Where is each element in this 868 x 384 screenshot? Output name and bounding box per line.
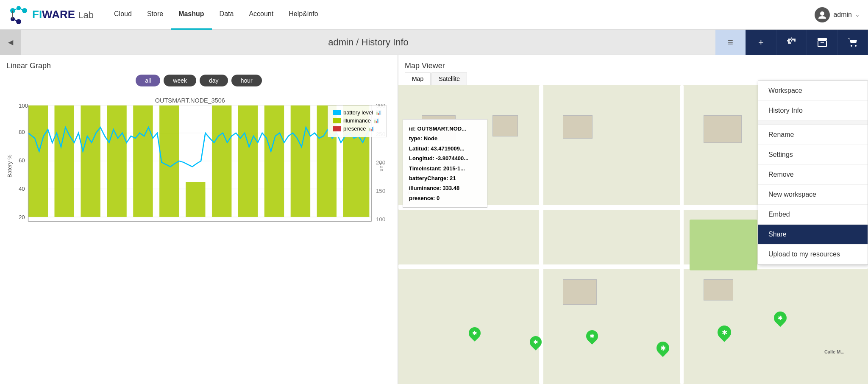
legend-illuminance-label: illuminance [343,117,371,124]
admin-caret: ⌄ [855,12,860,18]
map-marker-5[interactable]: ✱ [715,323,734,342]
svg-text:80: 80 [19,129,25,135]
svg-rect-35 [81,106,100,217]
nav-cloud[interactable]: Cloud [106,0,139,30]
svg-text:Lux: Lux [379,162,385,172]
sidebar-toggle[interactable]: ◀ [0,30,21,55]
main-content: Linear Graph all week day hour 100 80 60… [0,55,868,384]
svg-rect-41 [238,106,258,217]
dropdown-history-info[interactable]: History Info [758,101,868,121]
svg-rect-37 [133,106,153,217]
info-batterycharge: 21 [450,175,456,181]
workspace-title: admin / History Info [21,37,715,48]
filter-all[interactable]: all [136,75,160,86]
svg-text:Batery %: Batery % [6,155,13,178]
dropdown-new-workspace[interactable]: New workspace [758,185,868,205]
linear-graph-panel: Linear Graph all week day hour 100 80 60… [0,55,398,384]
svg-rect-34 [55,106,74,217]
svg-text:60: 60 [19,157,25,164]
svg-rect-39 [186,182,205,217]
map-viewer-title: Map Viewer [398,55,868,72]
filter-hour[interactable]: hour [231,75,262,86]
svg-rect-12 [821,42,824,43]
svg-rect-36 [107,106,126,217]
logo-ware: WARE [42,8,75,21]
logo-fi: FI [32,8,42,21]
top-nav: FIWARE Lab Cloud Store Mashup Data Accou… [0,0,868,30]
nav-mashup[interactable]: Mashup [171,0,211,30]
logo-icon [8,5,29,25]
dropdown-settings[interactable]: Settings [758,145,868,165]
tab-map[interactable]: Map [405,72,431,85]
svg-rect-10 [818,38,827,40]
workspace-bar: ◀ admin / History Info ≡ + [0,30,868,55]
nav-helpinfo[interactable]: Help&info [281,0,326,30]
svg-rect-42 [264,106,284,217]
legend-battery-label: battery level [343,109,373,116]
nav-data[interactable]: Data [212,0,242,30]
filter-week[interactable]: week [164,75,196,86]
admin-icon [815,7,830,22]
dropdown-menu: Workspace History Info Rename Settings R… [758,81,868,265]
svg-text:150: 150 [376,188,385,194]
info-type: Node [424,135,438,142]
menu-button[interactable]: ≡ [715,30,746,55]
nav-store[interactable]: Store [139,0,171,30]
info-timeinstant: 2015-1... [443,165,465,172]
svg-point-14 [855,45,857,47]
svg-text:40: 40 [19,186,25,192]
logo[interactable]: FIWARE Lab [8,5,94,25]
admin-label: admin [833,11,852,19]
dropdown-workspace[interactable]: Workspace [758,81,868,101]
puzzle-button[interactable] [776,30,807,55]
dropdown-share[interactable]: Share [758,225,868,245]
logo-lab: Lab [78,10,94,20]
nav-links: Cloud Store Mashup Data Account Help&inf… [106,0,815,30]
svg-point-9 [820,11,824,16]
map-marker-1[interactable]: ✱ [466,325,483,342]
workspace-actions: ≡ + [715,30,868,55]
svg-point-13 [851,45,852,47]
legend-battery: battery level 📊 [333,109,381,116]
dropdown-remove[interactable]: Remove [758,165,868,185]
time-filters: all week day hour [6,75,391,86]
legend-illuminance: illuminance 📊 [333,117,381,124]
add-button[interactable]: + [746,30,776,55]
map-marker-4[interactable]: ✱ [654,339,672,356]
map-marker-3[interactable]: ✱ [584,328,601,345]
chart-container: 100 80 60 40 20 Batery % 300 250 200 150… [6,93,391,262]
tab-satellite[interactable]: Satellite [431,72,467,85]
info-id: OUTSMART.NOD... [417,125,467,132]
svg-rect-40 [212,106,231,217]
legend-presence: presence 📊 [333,125,381,132]
chart-legend: battery level 📊 illuminance 📊 presence 📊 [328,106,387,137]
nav-right: admin ⌄ [815,7,860,22]
nav-account[interactable]: Account [241,0,281,30]
svg-rect-33 [28,106,48,217]
linear-graph-title: Linear Graph [6,61,391,70]
dropdown-upload[interactable]: Upload to my resources [758,245,868,264]
map-marker-6[interactable]: ✱ [771,309,789,327]
svg-text:100: 100 [19,103,28,109]
cart-button[interactable] [837,30,868,55]
archive-button[interactable] [807,30,837,55]
svg-text:100: 100 [376,216,385,223]
svg-rect-38 [159,106,179,217]
svg-text:20: 20 [19,214,25,220]
info-popup: id: OUTSMART.NOD... type: Node Latitud: … [403,119,487,208]
svg-text:OUTSMART.NODE_3506: OUTSMART.NODE_3506 [155,97,225,104]
dropdown-embed[interactable]: Embed [758,205,868,225]
svg-rect-11 [818,41,826,47]
info-illuminance: 333.48 [442,185,459,191]
filter-day[interactable]: day [200,75,228,86]
svg-rect-43 [291,106,310,217]
info-latitud: 43.4719009... [431,145,465,152]
info-presence: 0 [437,195,440,201]
dropdown-rename[interactable]: Rename [758,125,868,145]
legend-presence-label: presence [343,125,366,132]
admin-button[interactable]: admin ⌄ [815,7,860,22]
info-longitud: -3.8074400... [436,155,469,161]
